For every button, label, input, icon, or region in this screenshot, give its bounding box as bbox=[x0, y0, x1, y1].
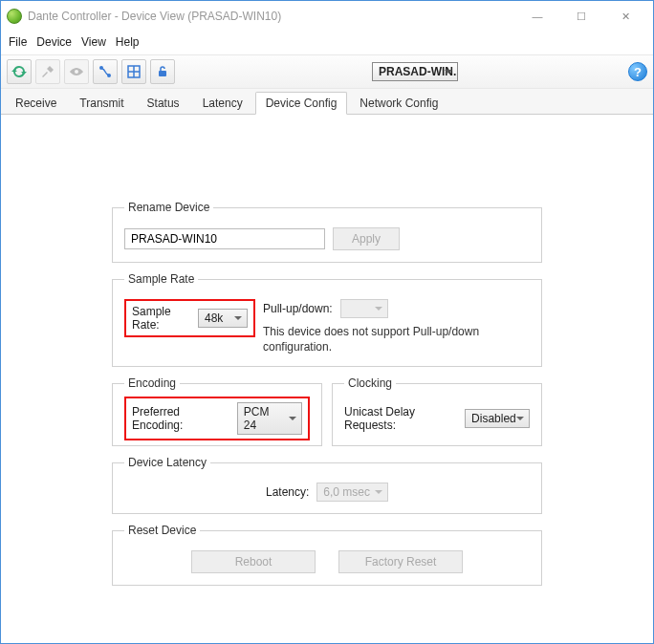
app-icon bbox=[7, 9, 22, 24]
latency-value: 6,0 msec bbox=[323, 485, 370, 499]
menubar: File Device View Help bbox=[1, 32, 653, 54]
reset-device-group: Reset Device Reboot Factory Reset bbox=[112, 524, 542, 586]
reboot-button[interactable]: Reboot bbox=[191, 550, 316, 573]
latency-label: Latency: bbox=[266, 485, 309, 499]
pullup-label: Pull-up/down: bbox=[263, 302, 333, 315]
tab-status[interactable]: Status bbox=[137, 92, 190, 114]
minimize-button[interactable]: — bbox=[515, 3, 559, 30]
close-button[interactable]: ✕ bbox=[603, 3, 647, 30]
encoding-legend: Encoding bbox=[124, 376, 180, 390]
rename-device-group: Rename Device Apply bbox=[112, 201, 542, 263]
encoding-highlight: Preferred Encoding: PCM 24 bbox=[124, 397, 310, 440]
routing-icon[interactable] bbox=[93, 59, 118, 84]
menu-help[interactable]: Help bbox=[114, 33, 142, 51]
help-icon[interactable]: ? bbox=[628, 62, 647, 81]
tab-receive[interactable]: Receive bbox=[5, 92, 67, 114]
encoding-group: Encoding Preferred Encoding: PCM 24 bbox=[112, 376, 322, 446]
pullup-note: This device does not support Pull-up/dow… bbox=[263, 324, 530, 354]
rename-legend: Rename Device bbox=[124, 201, 213, 214]
menu-file[interactable]: File bbox=[7, 33, 29, 51]
tabstrip: Receive Transmit Status Latency Device C… bbox=[1, 89, 653, 115]
device-select[interactable]: PRASAD-WIN... bbox=[372, 62, 458, 81]
apply-button[interactable]: Apply bbox=[333, 227, 400, 250]
sample-rate-highlight: Sample Rate: 48k bbox=[124, 299, 255, 337]
reset-legend: Reset Device bbox=[124, 524, 200, 537]
clocking-value: Disabled bbox=[471, 412, 516, 425]
maximize-button[interactable]: ☐ bbox=[559, 3, 603, 30]
device-select-value: PRASAD-WIN... bbox=[379, 65, 458, 78]
device-view-window: Dante Controller - Device View (PRASAD-W… bbox=[0, 0, 654, 644]
tab-network-config[interactable]: Network Config bbox=[349, 92, 448, 114]
svg-rect-3 bbox=[159, 71, 166, 76]
encoding-select[interactable]: PCM 24 bbox=[237, 402, 302, 435]
content-area: Rename Device Apply Sample Rate Sample R… bbox=[1, 115, 653, 643]
clocking-legend: Clocking bbox=[344, 376, 396, 390]
toolbar: PRASAD-WIN... ? bbox=[1, 54, 653, 89]
refresh-icon[interactable] bbox=[7, 59, 32, 84]
eye-icon bbox=[64, 59, 89, 84]
clocking-select[interactable]: Disabled bbox=[465, 409, 530, 428]
factory-reset-button[interactable]: Factory Reset bbox=[338, 550, 463, 573]
pullup-select bbox=[340, 299, 388, 318]
titlebar: Dante Controller - Device View (PRASAD-W… bbox=[1, 1, 653, 32]
menu-device[interactable]: Device bbox=[34, 33, 74, 51]
clocking-label: Unicast Delay Requests: bbox=[344, 405, 457, 432]
clocking-group: Clocking Unicast Delay Requests: Disable… bbox=[332, 376, 542, 446]
tab-device-config[interactable]: Device Config bbox=[255, 92, 348, 115]
window-title: Dante Controller - Device View (PRASAD-W… bbox=[28, 10, 515, 23]
sample-rate-label: Sample Rate: bbox=[132, 305, 192, 332]
lock-icon[interactable] bbox=[150, 59, 175, 84]
window-buttons: — ☐ ✕ bbox=[515, 3, 647, 30]
encoding-value: PCM 24 bbox=[244, 405, 270, 432]
sample-rate-group: Sample Rate Sample Rate: 48k Pull-up/dow… bbox=[112, 272, 542, 367]
encoding-label: Preferred Encoding: bbox=[132, 405, 231, 432]
latency-legend: Device Latency bbox=[124, 456, 210, 469]
menu-view[interactable]: View bbox=[79, 33, 108, 51]
rename-input[interactable] bbox=[124, 228, 325, 249]
sample-rate-value: 48k bbox=[205, 311, 223, 325]
tools-icon bbox=[35, 59, 60, 84]
device-latency-group: Device Latency Latency: 6,0 msec bbox=[112, 456, 542, 514]
sample-rate-legend: Sample Rate bbox=[124, 272, 198, 286]
tab-latency[interactable]: Latency bbox=[192, 92, 253, 114]
latency-select: 6,0 msec bbox=[316, 483, 388, 502]
grid-icon[interactable] bbox=[121, 59, 146, 84]
sample-rate-select[interactable]: 48k bbox=[198, 309, 248, 328]
tab-transmit[interactable]: Transmit bbox=[69, 92, 134, 114]
